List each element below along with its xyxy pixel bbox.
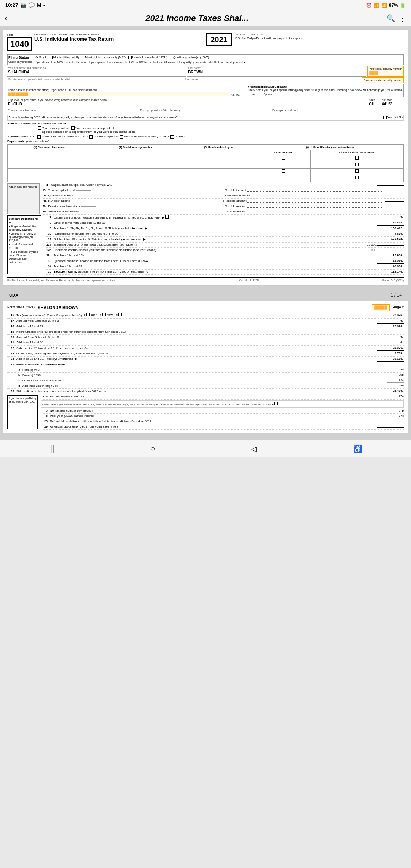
line-12a: 12a Standard deduction or itemized deduc…	[45, 243, 404, 248]
dep2-other-cb[interactable]	[355, 163, 359, 166]
recent-nav-button[interactable]: ◁	[251, 444, 257, 453]
apt-field: Apt. no.	[230, 93, 245, 97]
accessibility-nav-button[interactable]: ♿	[353, 444, 363, 453]
spouse-blind-cb[interactable]	[170, 135, 174, 139]
page2-ssn: ▓▓▓▓▓	[372, 304, 390, 311]
cda-label: CDA	[6, 291, 21, 299]
income-lines: 1 Wages, salaries, tips, etc. Attach For…	[41, 183, 404, 215]
spouse-dep-cb[interactable]	[71, 126, 75, 130]
line29-value	[377, 426, 404, 428]
status-left: 10:27 📷 💬 M •	[5, 2, 45, 8]
l16-cb1[interactable]	[86, 313, 90, 316]
dep-col4a-header: Child tax credit	[257, 150, 311, 155]
dep4-other-cb[interactable]	[355, 176, 359, 179]
dep4-child-cb[interactable]	[282, 176, 285, 179]
std-ded-options: Someone can claim: You as a dependent Yo…	[38, 122, 135, 134]
income-section: Attach Sch. B if required. 1 Wages, sala…	[7, 183, 404, 215]
last-name-field: Last name BROWN	[187, 66, 366, 77]
line5a-field	[81, 206, 96, 207]
address-row-1: Home address (number and street). If you…	[7, 84, 404, 97]
line-29: 29 American opportunity credit from Form…	[41, 424, 404, 430]
dep-col4b-header: Credit for other dependents	[311, 150, 404, 155]
you-dependent: You as a dependent	[38, 126, 69, 130]
line-21: 21 Add lines 19 and 20 0.	[7, 340, 404, 346]
line7-value: 0.	[377, 215, 404, 220]
l16-cb2[interactable]	[102, 313, 106, 316]
pres-election-label: Presidential Election Campaign	[248, 85, 403, 88]
l16-cb3[interactable]	[118, 313, 122, 316]
check-only-label: Check only one box.	[8, 60, 32, 64]
are-blind-cb[interactable]	[89, 135, 93, 139]
page2-tax-section: 16 Tax (see instructions). Check if any …	[7, 313, 404, 362]
dep1-child-cb[interactable]	[282, 156, 285, 160]
dot-indicator: •	[43, 2, 45, 8]
std-ded-item-3: • If you checked any box under Standard …	[9, 250, 40, 264]
spouse-dependent: Your spouse as a dependent	[71, 126, 114, 130]
line-13: 13 Qualified business income deduction f…	[45, 258, 404, 264]
you-label: You:	[30, 135, 36, 139]
single-label: Single	[39, 56, 47, 59]
line-22: 22 Subtract line 21 from line 18. If zer…	[7, 346, 404, 351]
line-28: 28 Refundable child tax credit or additi…	[41, 419, 404, 424]
line20-value: 0.	[377, 335, 404, 340]
line12a-value	[377, 244, 404, 246]
line-25a: a Form(s) W-2 25a	[7, 367, 404, 373]
lines7-15: 7 Capital gain or (loss). Attach Schedul…	[45, 215, 404, 275]
line6a-field	[81, 212, 96, 212]
spouse-born-cb[interactable]	[120, 135, 123, 139]
line7-cb[interactable]	[165, 215, 169, 219]
nav-bar: ‹ 2021 Income Taxes Shal... 🔍 ⋮	[0, 10, 411, 26]
you-born-cb[interactable]	[37, 135, 41, 139]
line-27b: b Nontaxable combat pay election 27b	[41, 408, 404, 414]
search-icon[interactable]: 🔍	[387, 14, 395, 22]
spouse-ssn-label: Spouse's social security number	[364, 78, 402, 82]
vc-no-checkbox[interactable]: X	[395, 116, 398, 119]
state-field: State OH	[368, 98, 379, 107]
filing-qw: Qualifying widow(er) (QW)	[169, 56, 209, 59]
pres-checkboxes: You Spouse	[248, 93, 403, 96]
back-button[interactable]: ‹	[5, 13, 7, 23]
spouse-label: Spouse:	[107, 135, 118, 139]
line-23: 23 Other taxes, including self-employmen…	[7, 351, 404, 356]
content-area: Form 1040 Department of the Treasury—Int…	[0, 26, 411, 440]
line16-value: 22,376.	[377, 313, 404, 318]
dep3-other-cb[interactable]	[355, 169, 359, 173]
dep2-child-cb[interactable]	[282, 163, 285, 166]
qw-checkbox[interactable]	[169, 56, 172, 59]
spouse-born: Was born before January 2, 1957	[120, 135, 169, 139]
mfs-checkbox[interactable]	[81, 56, 84, 59]
single-checkbox[interactable]: X	[35, 56, 38, 59]
spouse-itemizes-cb[interactable]	[38, 131, 41, 134]
home-nav-button[interactable]: ○	[150, 444, 155, 453]
std-ded-sidebar: Standard Deduction for— • Single or Marr…	[7, 215, 41, 274]
line-15: 15 Taxable income. Subtract line 14 from…	[45, 270, 404, 275]
line-10: 10 Adjustments to income from Schedule 1…	[45, 231, 404, 237]
table-row	[8, 162, 404, 168]
line-17: 17 Amount from Schedule 2, line 3 0.	[7, 319, 404, 324]
dep3-child-cb[interactable]	[282, 169, 285, 173]
line-7: 7 Capital gain or (loss). Attach Schedul…	[45, 215, 404, 220]
qw-label: Qualifying widow(er) (QW)	[173, 56, 209, 59]
pres-spouse-checkbox[interactable]	[260, 93, 263, 96]
line25c-field: 25c	[387, 378, 404, 383]
pres-you-checkbox[interactable]	[248, 93, 251, 96]
dep-col2-header: (2) Social security number	[91, 145, 180, 150]
line1-value	[377, 185, 404, 186]
mfj-checkbox[interactable]	[49, 56, 53, 59]
you-dep-cb[interactable]	[38, 126, 41, 130]
more-icon[interactable]: ⋮	[399, 14, 406, 23]
line23-value: 9,739.	[377, 351, 404, 356]
line-11: 11 Subtract line 10 from line 9. This is…	[45, 237, 404, 242]
eic-check[interactable]	[274, 402, 278, 405]
hoh-label: Head of household (HOH)	[132, 56, 168, 59]
dep1-other-cb[interactable]	[355, 156, 359, 160]
vc-yes-checkbox[interactable]	[383, 116, 387, 119]
form-number: 1040	[7, 37, 32, 51]
hoh-checkbox[interactable]	[128, 56, 132, 59]
line2a-field	[76, 190, 91, 191]
line-12c: 12c Add lines 12a and 12b 12,850.	[45, 253, 404, 258]
back-nav-button[interactable]: |||	[48, 444, 54, 453]
city-field: City, town, or post office. If you have …	[7, 98, 366, 107]
form-header: Form 1040 Department of the Treasury—Int…	[7, 33, 404, 53]
line17-value: 0.	[377, 319, 404, 324]
